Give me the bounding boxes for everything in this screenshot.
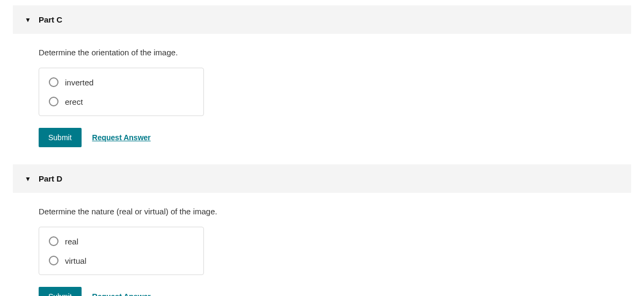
option-label: virtual (65, 256, 86, 265)
option-inverted[interactable]: inverted (39, 73, 203, 92)
action-row: Submit Request Answer (39, 128, 620, 147)
submit-button[interactable]: Submit (39, 287, 82, 296)
option-label: inverted (65, 78, 93, 87)
radio-icon[interactable] (49, 256, 58, 265)
part-c-header[interactable]: ▼ Part C (13, 5, 631, 34)
option-real[interactable]: real (39, 232, 203, 251)
caret-down-icon: ▼ (25, 176, 31, 182)
radio-icon[interactable] (49, 97, 58, 106)
submit-button[interactable]: Submit (39, 128, 82, 147)
part-c-body: Determine the orientation of the image. … (13, 34, 631, 161)
part-c: ▼ Part C Determine the orientation of th… (13, 5, 631, 161)
request-answer-link[interactable]: Request Answer (92, 133, 151, 142)
caret-down-icon: ▼ (25, 17, 31, 23)
option-erect[interactable]: erect (39, 92, 203, 111)
option-label: real (65, 237, 78, 246)
options-box: real virtual (39, 227, 204, 275)
request-answer-link[interactable]: Request Answer (92, 292, 151, 296)
prompt-text: Determine the orientation of the image. (39, 48, 620, 57)
part-title: Part C (39, 15, 62, 24)
radio-icon[interactable] (49, 77, 58, 87)
option-virtual[interactable]: virtual (39, 251, 203, 270)
action-row: Submit Request Answer (39, 287, 620, 296)
prompt-text: Determine the nature (real or virtual) o… (39, 207, 620, 216)
part-d-header[interactable]: ▼ Part D (13, 164, 631, 193)
options-box: inverted erect (39, 68, 204, 116)
part-d-body: Determine the nature (real or virtual) o… (13, 193, 631, 296)
part-title: Part D (39, 174, 62, 183)
option-label: erect (65, 97, 83, 106)
part-d: ▼ Part D Determine the nature (real or v… (13, 164, 631, 296)
radio-icon[interactable] (49, 236, 58, 246)
